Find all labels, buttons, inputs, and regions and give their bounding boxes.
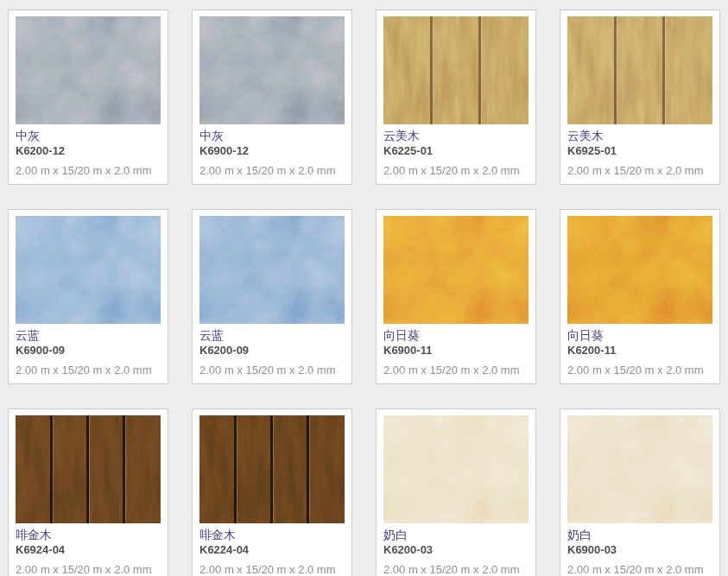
product-dimensions: 2.00 m x 15/20 m x 2.0 mm — [567, 364, 712, 377]
product-card[interactable]: 啡金木 K6924-04 2.00 m x 15/20 m x 2.0 mm — [8, 408, 168, 576]
product-name: 中灰 — [199, 128, 345, 143]
product-grid: 中灰 K6200-12 2.00 m x 15/20 m x 2.0 mm 中灰… — [0, 0, 728, 576]
product-swatch-image — [383, 16, 529, 124]
product-dimensions: 2.00 m x 15/20 m x 2.0 mm — [199, 364, 345, 377]
product-card[interactable]: 中灰 K6900-12 2.00 m x 15/20 m x 2.0 mm — [192, 9, 352, 185]
product-name: 云美木 — [567, 128, 712, 143]
product-code: K6925-01 — [567, 143, 712, 158]
product-name: 云蓝 — [16, 327, 161, 343]
plank-seams — [383, 16, 529, 124]
product-dimensions: 2.00 m x 15/20 m x 2.0 mm — [383, 364, 529, 377]
texture-noise — [567, 216, 712, 324]
product-name: 奶白 — [567, 527, 712, 542]
product-code: K6200-03 — [383, 542, 529, 557]
product-card[interactable]: 云美木 K6225-01 2.00 m x 15/20 m x 2.0 mm — [376, 9, 536, 185]
product-swatch-image — [567, 216, 712, 324]
product-card[interactable]: 奶白 K6200-03 2.00 m x 15/20 m x 2.0 mm — [376, 408, 536, 576]
product-swatch-image — [16, 415, 161, 523]
product-dimensions: 2.00 m x 15/20 m x 2.0 mm — [567, 164, 712, 178]
texture-noise — [199, 216, 345, 324]
product-card[interactable]: 奶白 K6900-03 2.00 m x 15/20 m x 2.0 mm — [560, 408, 720, 576]
product-card[interactable]: 啡金木 K6224-04 2.00 m x 15/20 m x 2.0 mm — [192, 408, 352, 576]
product-dimensions: 2.00 m x 15/20 m x 2.0 mm — [383, 563, 529, 576]
product-dimensions: 2.00 m x 15/20 m x 2.0 mm — [199, 164, 345, 178]
product-card[interactable]: 云美木 K6925-01 2.00 m x 15/20 m x 2.0 mm — [560, 9, 720, 185]
product-name: 中灰 — [16, 128, 161, 143]
product-swatch-image — [567, 16, 712, 124]
product-dimensions: 2.00 m x 15/20 m x 2.0 mm — [16, 563, 161, 576]
product-card[interactable]: 中灰 K6200-12 2.00 m x 15/20 m x 2.0 mm — [8, 9, 168, 185]
product-name: 向日葵 — [383, 327, 529, 343]
product-name: 啡金木 — [199, 527, 345, 542]
plank-seams — [199, 415, 345, 523]
product-swatch-image — [199, 216, 345, 324]
product-code: K6200-12 — [16, 143, 161, 158]
product-card[interactable]: 云蓝 K6200-09 2.00 m x 15/20 m x 2.0 mm — [192, 209, 352, 384]
product-code: K6225-01 — [383, 143, 529, 158]
texture-noise — [567, 16, 712, 124]
texture-noise — [199, 415, 345, 523]
product-name: 向日葵 — [567, 327, 712, 343]
texture-noise — [16, 216, 161, 324]
texture-noise — [383, 415, 529, 523]
product-card[interactable]: 向日葵 K6200-11 2.00 m x 15/20 m x 2.0 mm — [560, 209, 720, 384]
product-code: K6900-11 — [383, 343, 529, 358]
product-swatch-image — [383, 216, 529, 324]
product-card[interactable]: 向日葵 K6900-11 2.00 m x 15/20 m x 2.0 mm — [376, 209, 536, 384]
texture-noise — [567, 415, 712, 523]
product-code: K6924-04 — [16, 542, 161, 557]
product-swatch-image — [16, 16, 161, 124]
product-card[interactable]: 云蓝 K6900-09 2.00 m x 15/20 m x 2.0 mm — [8, 209, 168, 384]
product-code: K6224-04 — [199, 542, 345, 557]
texture-noise — [16, 16, 161, 124]
product-code: K6200-11 — [567, 343, 712, 358]
product-swatch-image — [16, 216, 161, 324]
product-swatch-image — [567, 415, 712, 523]
product-name: 啡金木 — [16, 527, 161, 542]
product-dimensions: 2.00 m x 15/20 m x 2.0 mm — [567, 563, 712, 576]
product-swatch-image — [199, 415, 345, 523]
product-name: 云美木 — [383, 128, 529, 143]
product-name: 云蓝 — [199, 327, 345, 343]
product-code: K6900-12 — [199, 143, 345, 158]
texture-noise — [383, 16, 529, 124]
texture-noise — [199, 16, 345, 124]
plank-seams — [16, 415, 161, 523]
product-dimensions: 2.00 m x 15/20 m x 2.0 mm — [16, 364, 161, 377]
product-dimensions: 2.00 m x 15/20 m x 2.0 mm — [199, 563, 345, 576]
product-swatch-image — [383, 415, 529, 523]
product-dimensions: 2.00 m x 15/20 m x 2.0 mm — [383, 164, 529, 178]
product-swatch-image — [199, 16, 345, 124]
product-code: K6900-09 — [16, 343, 161, 358]
product-dimensions: 2.00 m x 15/20 m x 2.0 mm — [16, 164, 161, 178]
texture-noise — [16, 415, 161, 523]
texture-noise — [383, 216, 529, 324]
product-code: K6900-03 — [567, 542, 712, 557]
product-name: 奶白 — [383, 527, 529, 542]
plank-seams — [567, 16, 712, 124]
product-code: K6200-09 — [199, 343, 345, 358]
